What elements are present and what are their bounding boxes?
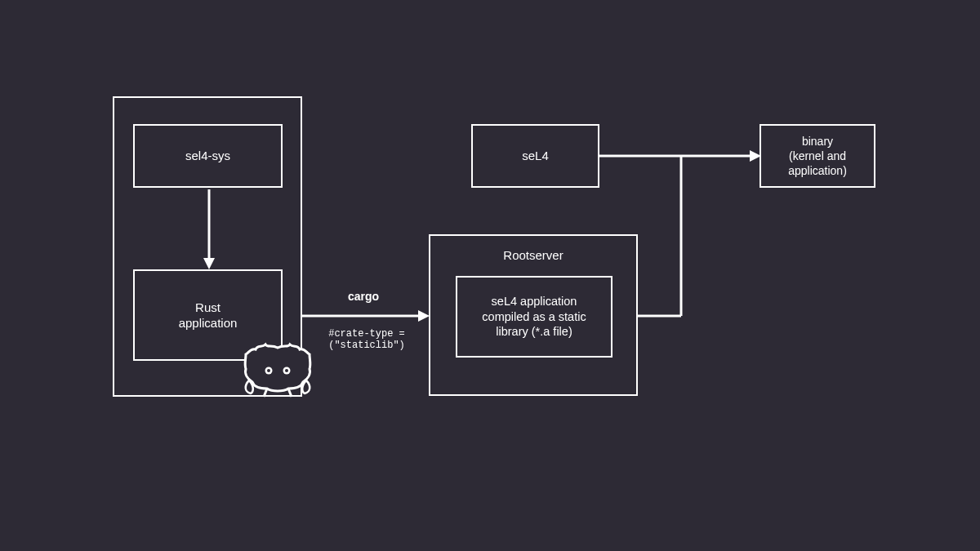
binary-box: binary (kernel and application) [760, 124, 875, 188]
cargo-label: cargo [327, 290, 400, 304]
sel4-sys-box: sel4-sys [133, 124, 283, 188]
staticlib-box: seL4 application compiled as a static li… [456, 276, 612, 358]
rust-application-label: Rust application [179, 300, 238, 331]
crate-type-label: #crate-type = ("staticlib") [318, 328, 415, 352]
svg-point-6 [267, 369, 270, 372]
ferris-icon [243, 341, 313, 403]
svg-line-2 [264, 389, 267, 397]
svg-line-3 [288, 389, 292, 397]
svg-marker-1 [203, 258, 215, 269]
staticlib-label: seL4 application compiled as a static li… [482, 294, 586, 340]
svg-point-7 [285, 369, 288, 372]
sel4-label: seL4 [522, 148, 549, 164]
arrow-sel4-and-rootserver-to-binary [599, 150, 763, 322]
arrow-sel4sys-to-rustapp [203, 189, 215, 269]
diagram-canvas: sel4-sys Rust application [0, 0, 980, 551]
binary-label: binary (kernel and application) [788, 134, 847, 179]
sel4-box: seL4 [471, 124, 599, 188]
sel4-sys-label: sel4-sys [185, 148, 230, 164]
arrow-rustapp-to-staticlib [302, 310, 430, 322]
svg-marker-9 [418, 310, 430, 322]
